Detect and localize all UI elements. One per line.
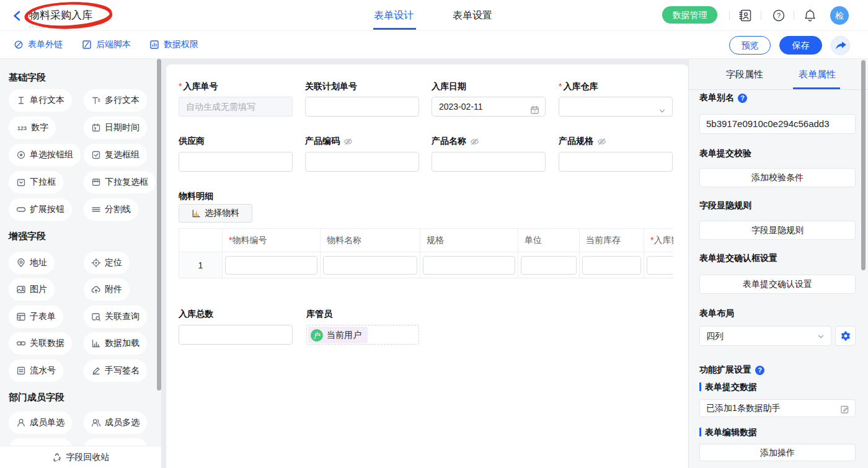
svg-text:123: 123 (17, 125, 27, 131)
svg-text:7: 7 (534, 109, 536, 113)
svg-text:?: ? (777, 12, 781, 19)
svg-text:户: 户 (313, 332, 321, 339)
